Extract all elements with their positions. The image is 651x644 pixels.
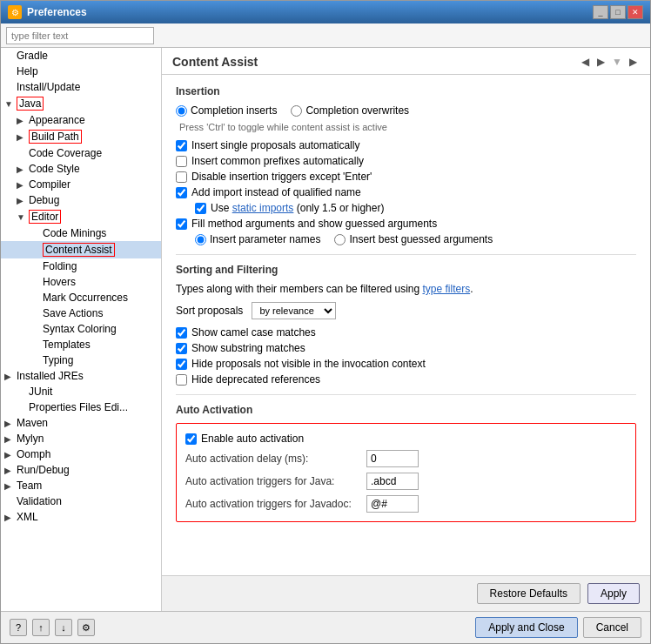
cb-insert-single-input[interactable] xyxy=(176,140,187,151)
sidebar-item-install-update[interactable]: Install/Update xyxy=(1,79,161,95)
sidebar-item-team[interactable]: ▶ Team xyxy=(1,478,161,493)
auto-triggers-javadoc-input[interactable] xyxy=(366,495,419,513)
cb-hide-deprecated[interactable]: Hide deprecated references xyxy=(176,373,636,386)
sidebar-item-oomph[interactable]: ▶ Oomph xyxy=(1,446,161,462)
auto-delay-input[interactable] xyxy=(366,450,419,467)
cancel-button[interactable]: Cancel xyxy=(583,617,641,638)
sidebar-item-run-debug[interactable]: ▶ Run/Debug xyxy=(1,462,161,478)
sidebar-item-junit[interactable]: JUnit xyxy=(1,384,161,399)
nav-arrows: ◀ ▶ ▼ ▶ xyxy=(579,55,640,69)
sidebar-item-label: Code Minings xyxy=(43,227,106,239)
cb-enable-auto-input[interactable] xyxy=(185,433,197,445)
settings-icon[interactable]: ⚙ xyxy=(77,619,95,636)
cb-hide-not-visible-input[interactable] xyxy=(176,359,187,370)
apply-close-button[interactable]: Apply and Close xyxy=(475,617,577,638)
sidebar-item-save-actions[interactable]: Save Actions xyxy=(1,305,161,321)
auto-triggers-java-input[interactable] xyxy=(366,473,419,490)
sidebar-item-hovers[interactable]: Hovers xyxy=(1,274,161,290)
cb-show-camel-label: Show camel case matches xyxy=(191,326,316,339)
search-input[interactable] xyxy=(6,27,154,44)
cb-insert-common[interactable]: Insert common prefixes automatically xyxy=(176,155,636,167)
cb-insert-common-input[interactable] xyxy=(176,156,187,167)
cb-show-camel-input[interactable] xyxy=(176,327,187,339)
sidebar-item-label: XML xyxy=(17,511,38,523)
sidebar-item-label: Maven xyxy=(17,417,48,429)
sidebar-item-gradle[interactable]: Gradle xyxy=(1,48,161,64)
cb-show-camel[interactable]: Show camel case matches xyxy=(176,326,636,339)
radio-completion-inserts[interactable]: Completion inserts xyxy=(176,104,277,117)
cb-add-import[interactable]: Add import instead of qualified name xyxy=(176,186,636,198)
panel-title: Content Assist xyxy=(172,55,258,69)
help-icon[interactable]: ? xyxy=(10,619,27,636)
cb-hide-deprecated-input[interactable] xyxy=(176,374,187,386)
cb-disable-insertion-input[interactable] xyxy=(176,171,187,183)
minimize-button[interactable]: _ xyxy=(593,5,608,19)
sidebar-item-java[interactable]: ▼ Java xyxy=(1,95,161,112)
radio-completion-inserts-label: Completion inserts xyxy=(191,104,277,117)
sidebar-item-content-assist[interactable]: Content Assist xyxy=(1,241,161,258)
sidebar-item-mark-occurrences[interactable]: Mark Occurrences xyxy=(1,290,161,305)
cb-show-substring[interactable]: Show substring matches xyxy=(176,342,636,354)
arrow-icon: ▶ xyxy=(4,450,13,460)
arrow-icon: ▶ xyxy=(4,466,13,475)
sidebar-item-code-coverage[interactable]: Code Coverage xyxy=(1,145,161,161)
sidebar-item-code-style[interactable]: ▶ Code Style xyxy=(1,161,161,177)
radio-insert-param[interactable]: Insert parameter names xyxy=(195,233,320,245)
sidebar-item-installed-jres[interactable]: ▶ Installed JREs xyxy=(1,368,161,384)
radio-insert-param-label: Insert parameter names xyxy=(210,233,320,245)
cb-disable-insertion[interactable]: Disable insertion triggers except 'Enter… xyxy=(176,171,636,183)
nav-back-button[interactable]: ◀ xyxy=(579,55,592,69)
sidebar-item-build-path[interactable]: ▶ Build Path xyxy=(1,128,161,145)
arrow-icon: ▼ xyxy=(17,212,25,222)
import-icon[interactable]: ↓ xyxy=(55,619,72,636)
cb-fill-method-input[interactable] xyxy=(176,218,187,230)
sidebar-item-appearance[interactable]: ▶ Appearance xyxy=(1,112,161,128)
sidebar-item-help[interactable]: Help xyxy=(1,64,161,79)
sidebar-item-label: Debug xyxy=(29,194,59,206)
completion-mode-group: Completion inserts Completion overwrites xyxy=(176,104,636,117)
cb-show-substring-input[interactable] xyxy=(176,343,187,354)
cb-enable-auto[interactable]: Enable auto activation xyxy=(185,433,627,445)
arrow-icon: ▶ xyxy=(17,196,25,205)
sidebar-item-syntax-coloring[interactable]: Syntax Coloring xyxy=(1,321,161,337)
auto-triggers-javadoc-row: Auto activation triggers for Javadoc: xyxy=(185,495,627,513)
sidebar-item-editor[interactable]: ▼ Editor xyxy=(1,208,161,225)
sidebar-item-templates[interactable]: Templates xyxy=(1,337,161,352)
cb-hide-not-visible[interactable]: Hide proposals not visible in the invoca… xyxy=(176,358,636,370)
radio-completion-overwrites-label: Completion overwrites xyxy=(305,104,409,117)
nav-forward-button[interactable]: ▶ xyxy=(594,55,607,69)
export-icon[interactable]: ↑ xyxy=(32,619,50,636)
sidebar-item-xml[interactable]: ▶ XML xyxy=(1,509,161,525)
close-button[interactable]: ✕ xyxy=(628,5,643,19)
sidebar-item-compiler[interactable]: ▶ Compiler xyxy=(1,177,161,192)
sidebar-item-properties-files-editor[interactable]: Properties Files Edi... xyxy=(1,399,161,415)
sidebar-item-label: Folding xyxy=(43,260,77,272)
sidebar-item-validation[interactable]: Validation xyxy=(1,493,161,509)
cb-use-static[interactable]: Use static imports (only 1.5 or higher) xyxy=(176,202,636,214)
preferences-window: ⚙ Preferences _ □ ✕ Gradle Help xyxy=(0,0,651,644)
cb-use-static-input[interactable] xyxy=(195,203,206,214)
maximize-button[interactable]: □ xyxy=(610,5,626,19)
cb-insert-single[interactable]: Insert single proposals automatically xyxy=(176,139,636,151)
sidebar-item-debug[interactable]: ▶ Debug xyxy=(1,192,161,208)
type-filters-link[interactable]: type filters xyxy=(422,283,470,295)
nav-separator: ▼ xyxy=(612,56,622,68)
sidebar-item-folding[interactable]: Folding xyxy=(1,258,161,274)
sidebar-item-mylyn[interactable]: ▶ Mylyn xyxy=(1,431,161,446)
cb-fill-method[interactable]: Fill method arguments and show guessed a… xyxy=(176,218,636,230)
sidebar-item-code-minings[interactable]: Code Minings xyxy=(1,225,161,241)
restore-defaults-button[interactable]: Restore Defaults xyxy=(477,583,581,604)
nav-menu-button[interactable]: ▶ xyxy=(627,55,640,69)
sidebar-item-label: Templates xyxy=(43,339,91,351)
static-imports-link[interactable]: static imports xyxy=(232,202,294,214)
radio-insert-best[interactable]: Insert best guessed arguments xyxy=(334,233,493,245)
panel-content: Insertion Completion inserts Completion … xyxy=(162,75,650,575)
cb-add-import-input[interactable] xyxy=(176,187,187,198)
radio-completion-overwrites[interactable]: Completion overwrites xyxy=(291,104,409,117)
sort-proposals-select[interactable]: by relevance alphabetically xyxy=(252,302,336,319)
apply-button[interactable]: Apply xyxy=(587,583,640,604)
sidebar-item-typing[interactable]: Typing xyxy=(1,352,161,368)
sidebar-item-maven[interactable]: ▶ Maven xyxy=(1,415,161,431)
sorting-desc-start: Types along with their members can be fi… xyxy=(176,283,422,295)
sidebar-item-label: Java xyxy=(17,97,44,111)
